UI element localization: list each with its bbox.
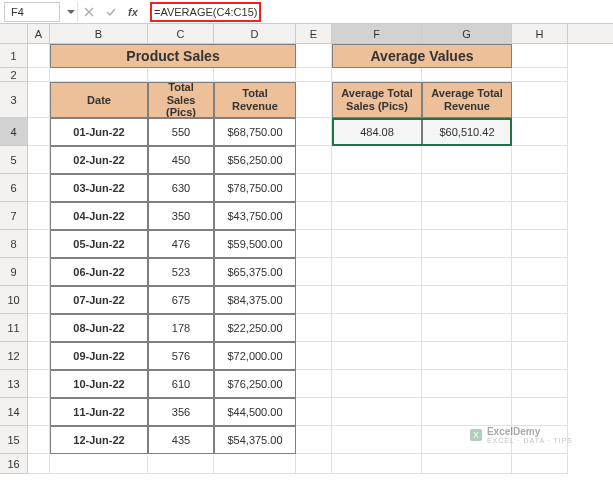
sales-cell[interactable]: 550: [148, 118, 214, 146]
avg-sales-value[interactable]: 484.08: [332, 118, 422, 146]
cell[interactable]: [28, 454, 50, 474]
cell[interactable]: [422, 146, 512, 174]
revenue-cell[interactable]: $78,750.00: [214, 174, 296, 202]
fx-icon[interactable]: fx: [122, 2, 144, 22]
title-average-values[interactable]: Average Values: [332, 44, 512, 68]
cell[interactable]: [28, 202, 50, 230]
date-cell[interactable]: 05-Jun-22: [50, 230, 148, 258]
cell[interactable]: [296, 118, 332, 146]
cell[interactable]: [296, 342, 332, 370]
row-header[interactable]: 16: [0, 454, 28, 474]
cell[interactable]: [332, 314, 422, 342]
cell[interactable]: [332, 202, 422, 230]
sales-cell[interactable]: 523: [148, 258, 214, 286]
date-cell[interactable]: 07-Jun-22: [50, 286, 148, 314]
row-header[interactable]: 5: [0, 146, 28, 174]
cell[interactable]: [214, 68, 296, 82]
cell[interactable]: [296, 314, 332, 342]
cell[interactable]: [214, 454, 296, 474]
revenue-cell[interactable]: $43,750.00: [214, 202, 296, 230]
col-header-h[interactable]: H: [512, 24, 568, 43]
sales-cell[interactable]: 356: [148, 398, 214, 426]
row-header[interactable]: 10: [0, 286, 28, 314]
cell[interactable]: [422, 370, 512, 398]
revenue-cell[interactable]: $72,000.00: [214, 342, 296, 370]
cell[interactable]: [332, 174, 422, 202]
cell[interactable]: [332, 398, 422, 426]
row-header[interactable]: 6: [0, 174, 28, 202]
col-header-f[interactable]: F: [332, 24, 422, 43]
cell[interactable]: [512, 68, 568, 82]
cell[interactable]: [332, 454, 422, 474]
cell[interactable]: [512, 454, 568, 474]
cell[interactable]: [422, 398, 512, 426]
revenue-cell[interactable]: $84,375.00: [214, 286, 296, 314]
cell[interactable]: [50, 454, 148, 474]
row-header[interactable]: 14: [0, 398, 28, 426]
sales-cell[interactable]: 576: [148, 342, 214, 370]
row-header[interactable]: 8: [0, 230, 28, 258]
header-date[interactable]: Date: [50, 82, 148, 118]
cell[interactable]: [422, 174, 512, 202]
cell[interactable]: [28, 118, 50, 146]
cell[interactable]: [148, 68, 214, 82]
date-cell[interactable]: 12-Jun-22: [50, 426, 148, 454]
cell[interactable]: [28, 286, 50, 314]
cell[interactable]: [512, 398, 568, 426]
cell[interactable]: [422, 258, 512, 286]
cell[interactable]: [512, 44, 568, 68]
cell[interactable]: [422, 342, 512, 370]
cell[interactable]: [422, 286, 512, 314]
row-header[interactable]: 1: [0, 44, 28, 68]
row-header[interactable]: 2: [0, 68, 28, 82]
cell[interactable]: [28, 146, 50, 174]
cell[interactable]: [28, 44, 50, 68]
row-header[interactable]: 13: [0, 370, 28, 398]
cell[interactable]: [28, 174, 50, 202]
sales-cell[interactable]: 435: [148, 426, 214, 454]
cell[interactable]: [296, 44, 332, 68]
cell[interactable]: [422, 454, 512, 474]
cell[interactable]: [512, 202, 568, 230]
revenue-cell[interactable]: $56,250.00: [214, 146, 296, 174]
sales-cell[interactable]: 178: [148, 314, 214, 342]
cell[interactable]: [50, 68, 148, 82]
header-avg-sales[interactable]: Average Total Sales (Pics): [332, 82, 422, 118]
row-header[interactable]: 15: [0, 426, 28, 454]
cell[interactable]: [296, 68, 332, 82]
cell[interactable]: [296, 230, 332, 258]
cell[interactable]: [28, 370, 50, 398]
title-product-sales[interactable]: Product Sales: [50, 44, 296, 68]
cancel-icon[interactable]: [78, 2, 100, 22]
cell[interactable]: [512, 146, 568, 174]
cell[interactable]: [296, 454, 332, 474]
name-box[interactable]: F4: [4, 2, 60, 22]
cell[interactable]: [422, 68, 512, 82]
cell[interactable]: [332, 426, 422, 454]
row-header[interactable]: 4: [0, 118, 28, 146]
sales-cell[interactable]: 675: [148, 286, 214, 314]
cell[interactable]: [296, 398, 332, 426]
cell[interactable]: [512, 82, 568, 118]
row-header[interactable]: 7: [0, 202, 28, 230]
cell[interactable]: [28, 314, 50, 342]
date-cell[interactable]: 04-Jun-22: [50, 202, 148, 230]
cell[interactable]: [332, 370, 422, 398]
cell[interactable]: [296, 426, 332, 454]
sales-cell[interactable]: 350: [148, 202, 214, 230]
row-header[interactable]: 3: [0, 82, 28, 118]
header-revenue[interactable]: Total Revenue: [214, 82, 296, 118]
formula-input[interactable]: =AVERAGE(C4:C15): [144, 2, 613, 22]
cell[interactable]: [296, 146, 332, 174]
cell[interactable]: [28, 426, 50, 454]
cell[interactable]: [332, 146, 422, 174]
cell[interactable]: [296, 370, 332, 398]
col-header-g[interactable]: G: [422, 24, 512, 43]
cell[interactable]: [296, 286, 332, 314]
cell[interactable]: [332, 342, 422, 370]
cell[interactable]: [332, 68, 422, 82]
date-cell[interactable]: 01-Jun-22: [50, 118, 148, 146]
col-header-d[interactable]: D: [214, 24, 296, 43]
sales-cell[interactable]: 610: [148, 370, 214, 398]
sales-cell[interactable]: 476: [148, 230, 214, 258]
